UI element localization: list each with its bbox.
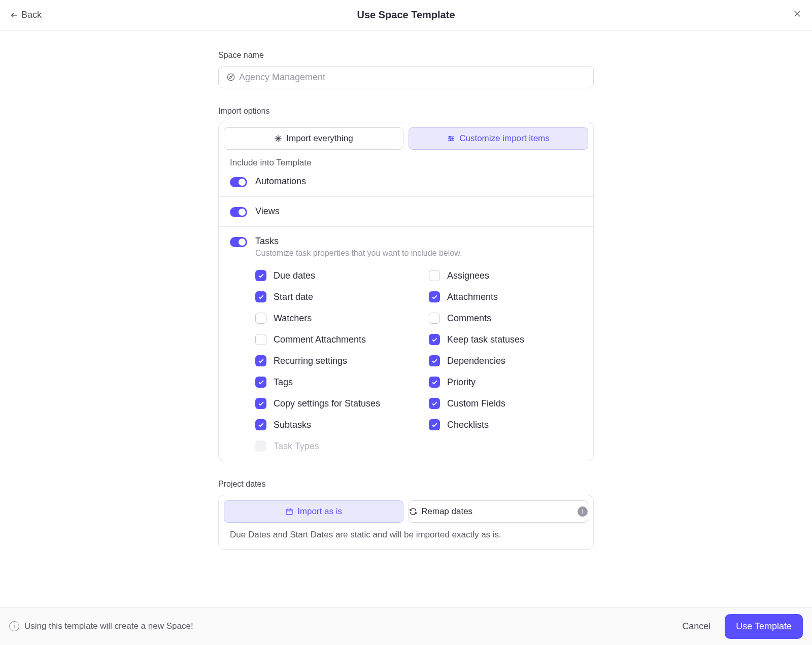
- views-section: Views: [219, 196, 593, 226]
- check-icon: [258, 379, 264, 386]
- remap-dates-button[interactable]: Remap dates i: [409, 500, 588, 523]
- check-icon: [431, 294, 438, 300]
- check-custom-fields: Custom Fields: [429, 398, 582, 409]
- back-button[interactable]: Back: [10, 10, 42, 20]
- svg-point-13: [452, 138, 454, 140]
- check-recurring: Recurring settings: [255, 355, 409, 366]
- import-as-is-button[interactable]: Import as is: [224, 500, 403, 523]
- check-task-types: Task Types: [255, 440, 409, 452]
- checklists-checkbox[interactable]: [429, 419, 440, 430]
- subtasks-label: Subtasks: [274, 420, 311, 430]
- svg-point-14: [450, 140, 452, 141]
- priority-label: Priority: [447, 377, 476, 388]
- check-comments: Comments: [429, 313, 582, 324]
- remap-dates-label: Remap dates: [421, 506, 472, 517]
- dependencies-label: Dependencies: [447, 356, 505, 366]
- copy-statuses-checkbox[interactable]: [255, 398, 266, 409]
- dialog-header: Back Use Space Template: [0, 0, 812, 30]
- comment-attachments-label: Comment Attachments: [274, 334, 366, 345]
- arrow-left-icon: [10, 11, 18, 19]
- dialog-content: Space name Import options Import everyth…: [218, 30, 594, 610]
- svg-point-12: [449, 136, 451, 138]
- subtasks-checkbox[interactable]: [255, 419, 266, 430]
- use-template-button[interactable]: Use Template: [725, 614, 803, 639]
- back-label: Back: [21, 10, 42, 20]
- copy-statuses-label: Copy settings for Statuses: [274, 398, 380, 409]
- comments-checkbox[interactable]: [429, 313, 440, 324]
- check-copy-statuses: Copy settings for Statuses: [255, 398, 409, 409]
- space-name-field-container: [218, 66, 594, 88]
- check-icon: [258, 358, 264, 364]
- check-icon: [431, 379, 438, 386]
- info-icon: i: [9, 621, 19, 631]
- watchers-checkbox[interactable]: [255, 313, 266, 324]
- footer-actions: Cancel Use Template: [682, 614, 803, 639]
- customize-import-button[interactable]: Customize import items: [409, 127, 588, 150]
- tags-label: Tags: [274, 377, 293, 388]
- assignees-checkbox[interactable]: [429, 270, 440, 281]
- custom-fields-checkbox[interactable]: [429, 398, 440, 409]
- keep-statuses-checkbox[interactable]: [429, 334, 440, 345]
- start-date-checkbox[interactable]: [255, 291, 266, 302]
- close-button[interactable]: [793, 9, 802, 21]
- check-comment-attachments: Comment Attachments: [255, 334, 409, 345]
- include-into-template-label: Include into Template: [219, 155, 593, 176]
- svg-marker-4: [229, 76, 232, 78]
- import-mode-row: Import everything Customize import items: [219, 122, 593, 155]
- comment-attachments-checkbox[interactable]: [255, 334, 266, 345]
- automations-toggle[interactable]: [230, 177, 247, 187]
- tags-checkbox[interactable]: [255, 377, 266, 388]
- watchers-label: Watchers: [274, 313, 312, 324]
- start-date-label: Start date: [274, 292, 313, 302]
- recurring-checkbox[interactable]: [255, 355, 266, 366]
- import-options-label: Import options: [218, 107, 594, 116]
- cancel-button[interactable]: Cancel: [682, 621, 710, 632]
- check-attachments: Attachments: [429, 291, 582, 302]
- compass-icon: [227, 73, 235, 81]
- check-assignees: Assignees: [429, 270, 582, 281]
- attachments-checkbox[interactable]: [429, 291, 440, 302]
- automations-title: Automations: [255, 176, 582, 187]
- footer-info-text: Using this template will create a new Sp…: [24, 621, 193, 631]
- check-icon: [431, 422, 438, 428]
- import-everything-label: Import everything: [286, 133, 353, 144]
- keep-statuses-label: Keep task statuses: [447, 334, 524, 345]
- import-everything-button[interactable]: Import everything: [224, 127, 403, 150]
- task-properties-grid: Due dates Assignees Start date Attachmen…: [230, 270, 582, 452]
- calendar-icon: [285, 507, 293, 516]
- check-icon: [258, 273, 264, 279]
- remap-info-icon[interactable]: i: [578, 506, 588, 517]
- check-icon: [431, 358, 438, 364]
- svg-point-3: [227, 74, 234, 80]
- check-tags: Tags: [255, 377, 409, 388]
- tasks-toggle[interactable]: [230, 237, 247, 247]
- check-icon: [258, 422, 264, 428]
- views-title: Views: [255, 206, 582, 217]
- dependencies-checkbox[interactable]: [429, 355, 440, 366]
- check-keep-statuses: Keep task statuses: [429, 334, 582, 345]
- space-name-label: Space name: [218, 51, 594, 60]
- checklists-label: Checklists: [447, 420, 489, 430]
- check-start-date: Start date: [255, 291, 409, 302]
- automations-section: Automations: [219, 176, 593, 196]
- recurring-label: Recurring settings: [274, 356, 347, 366]
- check-icon: [431, 400, 438, 407]
- project-dates-box: Import as is Remap dates i Due Dates and…: [218, 495, 594, 550]
- check-watchers: Watchers: [255, 313, 409, 324]
- import-options-box: Import everything Customize import items…: [218, 122, 594, 461]
- sliders-icon: [447, 134, 455, 143]
- footer-info: i Using this template will create a new …: [9, 621, 193, 631]
- comments-label: Comments: [447, 313, 491, 324]
- customize-import-label: Customize import items: [459, 133, 550, 144]
- tasks-desc: Customize task properties that you want …: [255, 249, 582, 258]
- project-dates-desc: Due Dates and Start Dates are static and…: [224, 523, 588, 544]
- task-types-label: Task Types: [274, 441, 319, 452]
- dialog-footer: i Using this template will create a new …: [0, 607, 812, 645]
- check-priority: Priority: [429, 377, 582, 388]
- priority-checkbox[interactable]: [429, 377, 440, 388]
- close-icon: [793, 9, 802, 18]
- due-dates-checkbox[interactable]: [255, 270, 266, 281]
- space-name-input[interactable]: [239, 72, 585, 83]
- check-due-dates: Due dates: [255, 270, 409, 281]
- views-toggle[interactable]: [230, 207, 247, 217]
